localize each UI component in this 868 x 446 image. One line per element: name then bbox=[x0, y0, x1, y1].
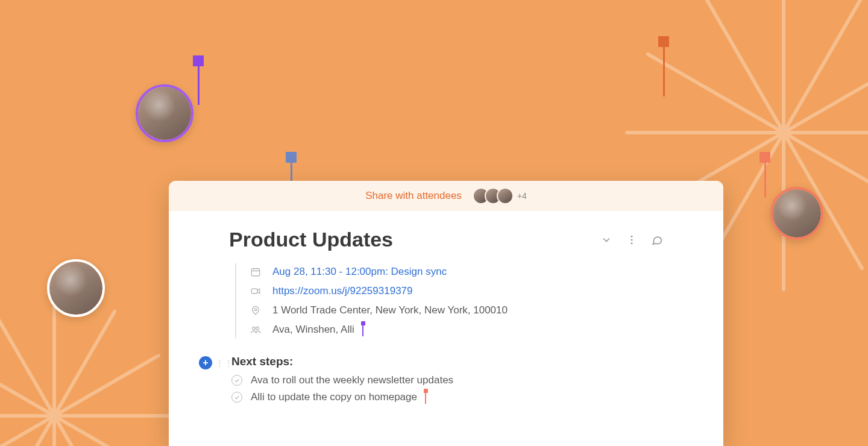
video-icon bbox=[250, 286, 262, 297]
meeting-location: 1 World Trade Center, New York, New York… bbox=[272, 304, 508, 316]
svg-point-35 bbox=[256, 327, 259, 330]
calendar-icon bbox=[250, 266, 262, 277]
task-item[interactable]: Alli to update the copy on homepage bbox=[231, 391, 663, 403]
svg-line-5 bbox=[54, 416, 115, 446]
svg-point-33 bbox=[254, 309, 257, 311]
task-label: Alli to update the copy on homepage bbox=[251, 391, 417, 403]
svg-line-13 bbox=[784, 0, 862, 133]
comment-icon[interactable] bbox=[651, 234, 663, 246]
people-icon bbox=[250, 324, 262, 335]
pin-decoration bbox=[193, 55, 204, 105]
page-title[interactable]: Product Updates bbox=[229, 228, 600, 251]
attendee-overflow: +4 bbox=[517, 191, 527, 201]
task-text: Alli to update the copy on homepage bbox=[251, 391, 429, 403]
avatar bbox=[497, 187, 514, 204]
meeting-metadata: Aug 28, 11:30 - 12:00pm: Design sync htt… bbox=[235, 263, 663, 338]
video-link[interactable]: https://zoom.us/j/92259319379 bbox=[272, 285, 413, 297]
svg-rect-31 bbox=[251, 289, 257, 294]
checkbox-icon[interactable] bbox=[231, 392, 242, 403]
svg-point-24 bbox=[631, 235, 633, 237]
attendee-avatars: +4 bbox=[473, 187, 527, 204]
svg-point-26 bbox=[631, 242, 633, 244]
share-bar[interactable]: Share with attendees +4 bbox=[169, 181, 723, 211]
svg-line-7 bbox=[0, 416, 54, 446]
svg-line-10 bbox=[0, 356, 54, 416]
checkbox-icon[interactable] bbox=[231, 375, 242, 386]
document-card: Share with attendees +4 Product Updates bbox=[169, 181, 723, 446]
avatar bbox=[770, 187, 823, 240]
avatar bbox=[136, 84, 193, 142]
svg-line-2 bbox=[54, 356, 159, 416]
share-label: Share with attendees bbox=[365, 190, 462, 202]
avatar bbox=[47, 259, 105, 317]
svg-line-1 bbox=[54, 312, 115, 416]
svg-line-11 bbox=[0, 312, 54, 416]
task-item[interactable]: Ava to roll out the weekly newsletter up… bbox=[231, 374, 663, 386]
collaborator-cursor bbox=[423, 392, 429, 403]
chevron-down-icon[interactable] bbox=[600, 234, 612, 246]
svg-line-4 bbox=[54, 416, 159, 446]
next-steps-section: + ⋮⋮ Next steps: Ava to roll out the wee… bbox=[199, 355, 663, 403]
collaborator-cursor bbox=[360, 325, 366, 336]
section-heading[interactable]: Next steps: bbox=[231, 355, 663, 368]
svg-line-23 bbox=[705, 0, 784, 133]
attendee-list: Ava, Winshen, Alli bbox=[272, 324, 366, 336]
attendee-names: Ava, Winshen, Alli bbox=[272, 324, 354, 335]
svg-rect-27 bbox=[251, 269, 260, 276]
svg-point-34 bbox=[253, 327, 256, 330]
location-icon bbox=[250, 305, 262, 316]
svg-line-8 bbox=[0, 416, 54, 446]
drag-handle-icon[interactable]: ⋮⋮ bbox=[216, 359, 234, 368]
pin-decoration bbox=[760, 152, 770, 198]
task-text: Ava to roll out the weekly newsletter up… bbox=[251, 374, 453, 386]
pin-decoration bbox=[658, 36, 669, 96]
meeting-datetime[interactable]: Aug 28, 11:30 - 12:00pm: Design sync bbox=[272, 266, 447, 278]
svg-point-25 bbox=[631, 239, 633, 240]
canvas: Share with attendees +4 Product Updates bbox=[0, 0, 868, 446]
svg-line-14 bbox=[784, 54, 868, 133]
add-block-button[interactable]: + bbox=[199, 356, 212, 369]
more-vertical-icon[interactable] bbox=[626, 234, 638, 246]
